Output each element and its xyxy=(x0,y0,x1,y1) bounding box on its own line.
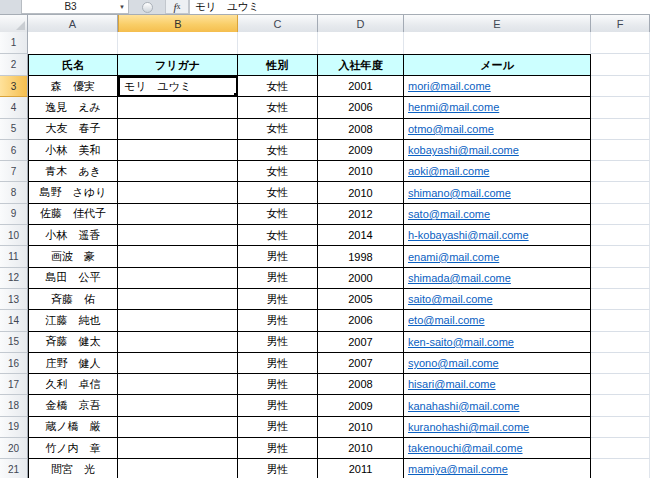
cell-E20[interactable]: takenouchi@mail.come xyxy=(404,438,591,459)
cell-C6[interactable]: 女性 xyxy=(238,140,318,161)
email-link[interactable]: ken-saito@mail.come xyxy=(408,336,514,348)
cell-F2[interactable] xyxy=(591,54,650,76)
email-link[interactable]: takenouchi@mail.come xyxy=(408,442,523,454)
cell-A6[interactable]: 小林 美和 xyxy=(28,140,118,161)
row-header-20[interactable]: 20 xyxy=(0,438,28,459)
row-header-16[interactable]: 16 xyxy=(0,353,28,374)
cell-D16[interactable]: 2007 xyxy=(318,353,404,374)
cell-A8[interactable]: 島野 さゆり xyxy=(28,182,118,203)
cell-C11[interactable]: 男性 xyxy=(238,246,318,267)
table-header-cell-D2[interactable]: 入社年度 xyxy=(318,54,404,76)
cell-C5[interactable]: 女性 xyxy=(238,119,318,140)
column-header-C[interactable]: C xyxy=(238,15,318,32)
email-link[interactable]: otmo@mail.come xyxy=(408,123,494,135)
cell-E18[interactable]: kanahashi@mail.come xyxy=(404,395,591,416)
cell-F19[interactable] xyxy=(591,417,650,438)
cell-F4[interactable] xyxy=(591,97,650,118)
cell-D12[interactable]: 2000 xyxy=(318,268,404,289)
cell-C18[interactable]: 男性 xyxy=(238,395,318,416)
email-link[interactable]: aoki@mail.come xyxy=(408,165,489,177)
row-header-10[interactable]: 10 xyxy=(0,225,28,246)
cell-A18[interactable]: 金橋 京吾 xyxy=(28,395,118,416)
cell-E11[interactable]: enami@mail.come xyxy=(404,246,591,267)
cell-F21[interactable] xyxy=(591,459,650,478)
cell-F9[interactable] xyxy=(591,204,650,225)
cell-E14[interactable]: eto@mail.come xyxy=(404,310,591,331)
cell-A4[interactable]: 逸見 えみ xyxy=(28,97,118,118)
cell-B13[interactable] xyxy=(118,289,238,310)
cell-B10[interactable] xyxy=(118,225,238,246)
select-all-corner[interactable] xyxy=(0,15,28,32)
cell-D18[interactable]: 2009 xyxy=(318,395,404,416)
cell-E9[interactable]: sato@mail.come xyxy=(404,204,591,225)
cell-E12[interactable]: shimada@mail.come xyxy=(404,268,591,289)
cell-E7[interactable]: aoki@mail.come xyxy=(404,161,591,182)
cell-C7[interactable]: 女性 xyxy=(238,161,318,182)
cell-A14[interactable]: 江藤 純也 xyxy=(28,310,118,331)
row-header-21[interactable]: 21 xyxy=(0,459,28,478)
cell-F18[interactable] xyxy=(591,395,650,416)
cell-D20[interactable]: 2010 xyxy=(318,438,404,459)
email-link[interactable]: syono@mail.come xyxy=(408,357,499,369)
email-link[interactable]: henmi@mail.come xyxy=(408,101,499,113)
cell-F3[interactable] xyxy=(591,76,650,97)
cell-D4[interactable]: 2006 xyxy=(318,97,404,118)
email-link[interactable]: h-kobayashi@mail.come xyxy=(408,229,529,241)
formula-input[interactable]: モリ ユウミ xyxy=(189,0,650,14)
table-header-cell-B2[interactable]: フリガナ xyxy=(118,54,238,76)
row-header-6[interactable]: 6 xyxy=(0,140,28,161)
cell-C8[interactable]: 女性 xyxy=(238,182,318,203)
cell-B4[interactable] xyxy=(118,97,238,118)
row-header-17[interactable]: 17 xyxy=(0,374,28,395)
cell-E4[interactable]: henmi@mail.come xyxy=(404,97,591,118)
cell-C19[interactable]: 男性 xyxy=(238,417,318,438)
cell-A10[interactable]: 小林 遥香 xyxy=(28,225,118,246)
cell-C1[interactable] xyxy=(238,32,318,54)
cell-A15[interactable]: 斉藤 健太 xyxy=(28,332,118,353)
column-header-E[interactable]: E xyxy=(404,15,591,32)
cell-D13[interactable]: 2005 xyxy=(318,289,404,310)
row-header-5[interactable]: 5 xyxy=(0,119,28,140)
email-link[interactable]: shimano@mail.come xyxy=(408,187,511,199)
cell-F13[interactable] xyxy=(591,289,650,310)
email-link[interactable]: kanahashi@mail.come xyxy=(408,400,519,412)
cell-E17[interactable]: hisari@mail.come xyxy=(404,374,591,395)
cell-B18[interactable] xyxy=(118,395,238,416)
row-header-19[interactable]: 19 xyxy=(0,417,28,438)
cell-D1[interactable] xyxy=(318,32,404,54)
cell-B21[interactable] xyxy=(118,459,238,478)
cell-D6[interactable]: 2009 xyxy=(318,140,404,161)
row-header-3[interactable]: 3 xyxy=(0,76,28,97)
cell-E16[interactable]: syono@mail.come xyxy=(404,353,591,374)
cell-A21[interactable]: 間宮 光 xyxy=(28,459,118,478)
cell-A7[interactable]: 青木 あき xyxy=(28,161,118,182)
cell-F14[interactable] xyxy=(591,310,650,331)
row-header-4[interactable]: 4 xyxy=(0,97,28,118)
cell-A5[interactable]: 大友 春子 xyxy=(28,119,118,140)
formula-bar-splitter[interactable] xyxy=(129,0,165,14)
column-header-B[interactable]: B xyxy=(118,15,238,32)
cell-D17[interactable]: 2008 xyxy=(318,374,404,395)
cell-B11[interactable] xyxy=(118,246,238,267)
cell-B12[interactable] xyxy=(118,268,238,289)
cell-B3[interactable]: モリ ユウミ xyxy=(118,76,238,97)
cell-B8[interactable] xyxy=(118,182,238,203)
cell-A17[interactable]: 久利 卓信 xyxy=(28,374,118,395)
cell-B20[interactable] xyxy=(118,438,238,459)
email-link[interactable]: eto@mail.come xyxy=(408,314,485,326)
cell-C20[interactable]: 男性 xyxy=(238,438,318,459)
insert-function-icon[interactable]: fx xyxy=(165,0,189,14)
column-header-F[interactable]: F xyxy=(591,15,650,32)
cell-B1[interactable] xyxy=(118,32,238,54)
cell-B14[interactable] xyxy=(118,310,238,331)
table-header-cell-E2[interactable]: メール xyxy=(404,54,591,76)
cell-C9[interactable]: 女性 xyxy=(238,204,318,225)
cell-C15[interactable]: 男性 xyxy=(238,332,318,353)
cell-F10[interactable] xyxy=(591,225,650,246)
column-header-A[interactable]: A xyxy=(28,15,118,32)
cell-E3[interactable]: mori@mail.come xyxy=(404,76,591,97)
cell-D9[interactable]: 2012 xyxy=(318,204,404,225)
table-header-cell-A2[interactable]: 氏名 xyxy=(28,54,118,76)
email-link[interactable]: hisari@mail.come xyxy=(408,378,496,390)
cell-B5[interactable] xyxy=(118,119,238,140)
